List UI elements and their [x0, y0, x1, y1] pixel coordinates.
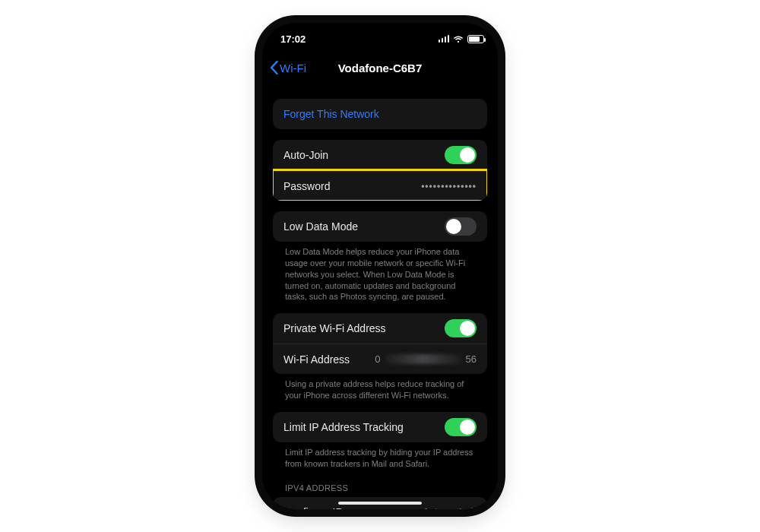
limit-ip-label: Limit IP Address Tracking	[283, 421, 404, 433]
status-time: 17:02	[280, 33, 306, 45]
auto-join-toggle[interactable]	[445, 146, 477, 164]
configure-ip-value: Automatic	[423, 506, 477, 509]
notch	[327, 23, 433, 41]
low-data-mode-row[interactable]: Low Data Mode	[273, 211, 487, 242]
private-wifi-row[interactable]: Private Wi-Fi Address	[273, 313, 487, 344]
wifi-address-label: Wi-Fi Address	[283, 353, 350, 366]
wifi-address-prefix: 0	[375, 353, 380, 365]
ipv4-section-header: IPV4 ADDRESS	[273, 470, 487, 496]
forget-network-label: Forget This Network	[283, 108, 379, 120]
wifi-address-row[interactable]: Wi-Fi Address 0 56	[273, 344, 487, 374]
battery-icon	[467, 35, 484, 43]
limit-ip-toggle[interactable]	[445, 418, 477, 436]
chevron-left-icon	[270, 61, 278, 74]
password-mask: ••••••••••••••	[421, 181, 477, 192]
wifi-address-redacted	[385, 354, 461, 364]
password-label: Password	[283, 180, 330, 192]
private-wifi-label: Private Wi-Fi Address	[283, 322, 386, 334]
chevron-right-icon	[471, 508, 477, 509]
wifi-icon	[453, 35, 464, 43]
auto-join-row[interactable]: Auto-Join	[273, 140, 487, 170]
auto-join-label: Auto-Join	[283, 149, 328, 161]
nav-bar: Wi-Fi Vodafone-C6B7	[262, 55, 498, 81]
wifi-address-value: 0 56	[375, 353, 477, 365]
cellular-icon	[439, 35, 450, 43]
private-wifi-note: Using a private address helps reduce tra…	[273, 374, 487, 401]
low-data-mode-label: Low Data Mode	[283, 220, 358, 233]
forget-network-button[interactable]: Forget This Network	[273, 99, 487, 129]
password-row[interactable]: Password ••••••••••••••	[273, 170, 487, 201]
back-button[interactable]: Wi-Fi	[270, 61, 306, 74]
wifi-address-suffix: 56	[466, 353, 477, 365]
back-label: Wi-Fi	[280, 62, 306, 74]
low-data-mode-note: Low Data Mode helps reduce your iPhone d…	[273, 242, 487, 302]
status-icons	[439, 35, 485, 43]
limit-ip-note: Limit IP address tracking by hiding your…	[273, 442, 487, 470]
limit-ip-row[interactable]: Limit IP Address Tracking	[273, 412, 487, 442]
private-wifi-toggle[interactable]	[445, 319, 477, 337]
low-data-mode-toggle[interactable]	[445, 217, 477, 236]
configure-ip-label: Configure IP	[283, 506, 343, 509]
home-indicator[interactable]	[338, 502, 422, 505]
iphone-frame: 17:02 Wi-Fi Vodafone-C6B7 Forget This N	[262, 23, 498, 509]
